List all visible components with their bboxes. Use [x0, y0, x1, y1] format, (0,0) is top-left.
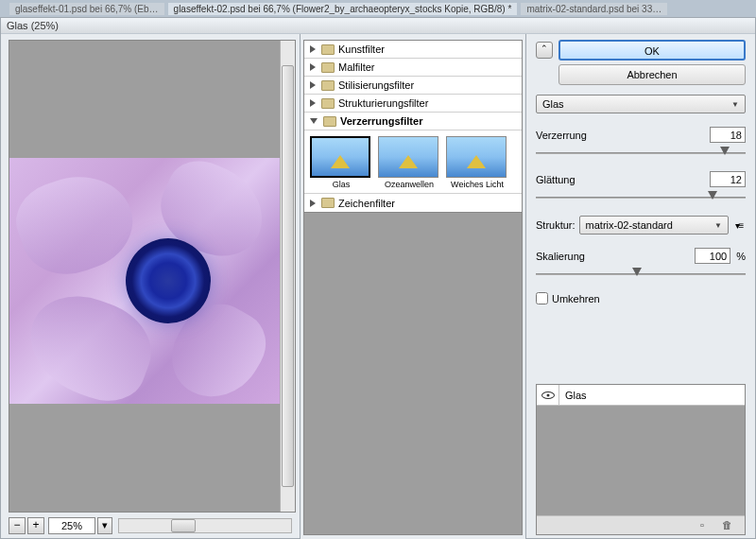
verzerrung-input[interactable] — [710, 127, 746, 143]
filter-weiches-licht[interactable]: Weiches Licht — [446, 136, 508, 189]
filter-gallery-dialog: Glas (25%) − + 25% ▾ Kunstfilter — [0, 17, 756, 539]
chevron-right-icon — [310, 63, 316, 71]
chevron-right-icon — [310, 81, 316, 89]
percent-label: % — [736, 251, 746, 262]
skalierung-input[interactable] — [695, 248, 730, 264]
preview-image — [9, 158, 284, 404]
dialog-title-bar: Glas (25%) — [1, 18, 755, 34]
chevron-down-icon: ▼ — [714, 221, 722, 230]
preview-panel: − + 25% ▾ — [1, 34, 300, 539]
document-tab-bar: glaseffekt-01.psd bei 66,7% (Eb… glaseff… — [0, 0, 756, 17]
folder-icon — [321, 80, 335, 91]
verzerrung-slider[interactable] — [536, 147, 746, 158]
doc-tab-2[interactable]: glaseffekt-02.psd bei 66,7% (Flower2_by_… — [168, 3, 518, 15]
zoom-toolbar: − + 25% ▾ — [9, 516, 296, 535]
filter-panel-filler — [303, 213, 523, 535]
dialog-title: Glas (25%) — [7, 20, 59, 31]
verzerrung-label: Verzerrung — [536, 130, 587, 141]
preview-canvas[interactable] — [9, 40, 296, 513]
folder-icon — [321, 198, 335, 208]
category-verzerrungsfilter[interactable]: Verzerrungsfilter — [304, 113, 522, 130]
filter-type-dropdown[interactable]: Glas ▼ — [536, 95, 746, 113]
umkehren-label: Umkehren — [552, 293, 600, 304]
eye-icon — [541, 391, 555, 399]
effect-layers-panel: Glas ▫ 🗑 — [536, 384, 746, 535]
filter-ozeanwellen[interactable]: Ozeanwellen — [378, 136, 440, 189]
skalierung-control: Skalierung % — [536, 248, 746, 279]
skalierung-slider[interactable] — [536, 268, 746, 279]
verzerrung-control: Verzerrung — [536, 127, 746, 158]
new-effect-layer-button[interactable]: ▫ — [696, 519, 709, 532]
delete-effect-layer-button[interactable]: 🗑 — [720, 519, 733, 532]
struktur-dropdown[interactable]: matrix-02-standard ▼ — [579, 216, 729, 235]
doc-tab-1[interactable]: glaseffekt-01.psd bei 66,7% (Eb… — [9, 3, 164, 15]
layer-visibility-toggle[interactable] — [537, 385, 559, 405]
category-kunstfilter[interactable]: Kunstfilter — [304, 41, 522, 59]
filter-glas[interactable]: Glas — [310, 136, 372, 189]
umkehren-checkbox[interactable] — [536, 292, 548, 304]
filter-thumbnails: Glas Ozeanwellen Weiches Licht — [304, 130, 522, 194]
skalierung-label: Skalierung — [536, 251, 585, 262]
chevron-right-icon — [310, 99, 316, 107]
struktur-label: Struktur: — [536, 219, 576, 231]
category-stilisierungsfilter[interactable]: Stilisierungsfilter — [304, 77, 522, 95]
chevron-right-icon — [310, 200, 316, 207]
effect-layer-row[interactable]: Glas — [537, 385, 745, 406]
glaettung-input[interactable] — [710, 171, 746, 187]
zoom-value[interactable]: 25% — [48, 517, 95, 534]
ok-button[interactable]: OK — [558, 40, 746, 61]
glaettung-control: Glättung — [536, 171, 746, 202]
layer-name: Glas — [559, 390, 587, 401]
chevron-down-icon — [310, 118, 318, 124]
collapse-settings-button[interactable]: ⌃ — [536, 42, 553, 59]
chevron-down-icon: ▼ — [731, 100, 739, 109]
preview-hscroll[interactable] — [118, 518, 292, 533]
zoom-in-button[interactable]: + — [27, 517, 44, 534]
folder-icon — [321, 62, 335, 73]
preview-vscroll[interactable] — [280, 41, 295, 512]
struktur-menu-button[interactable]: ▾≡ — [732, 220, 746, 231]
folder-icon — [323, 116, 336, 127]
doc-tab-3[interactable]: matrix-02-standard.psd bei 33… — [521, 3, 667, 15]
folder-icon — [321, 98, 335, 109]
zoom-dropdown[interactable]: ▾ — [97, 517, 112, 534]
cancel-button[interactable]: Abbrechen — [558, 64, 746, 85]
category-zeichenfilter[interactable]: Zeichenfilter — [304, 194, 522, 212]
glaettung-slider[interactable] — [536, 191, 746, 202]
folder-icon — [321, 44, 335, 55]
filter-settings-panel: ⌃ OK Abbrechen Glas ▼ Verzerrung — [526, 34, 755, 539]
category-strukturierungsfilter[interactable]: Strukturierungsfilter — [304, 95, 522, 113]
chevron-right-icon — [310, 45, 316, 53]
filter-category-panel: Kunstfilter Malfilter Stilisierungsfilte… — [300, 34, 526, 539]
filter-category-list: Kunstfilter Malfilter Stilisierungsfilte… — [303, 40, 523, 213]
glaettung-label: Glättung — [536, 174, 576, 185]
zoom-out-button[interactable]: − — [9, 517, 26, 534]
category-malfilter[interactable]: Malfilter — [304, 59, 522, 77]
